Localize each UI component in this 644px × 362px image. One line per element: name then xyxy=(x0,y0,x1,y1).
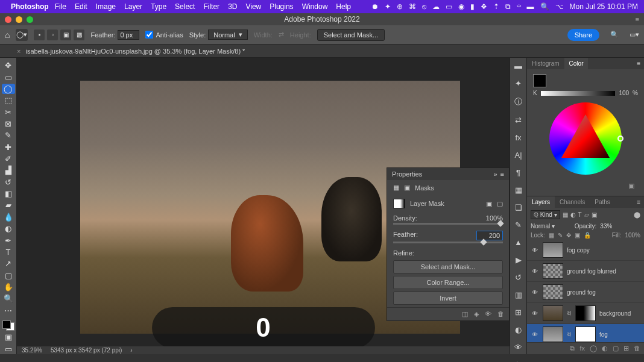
tab-paths[interactable]: Paths xyxy=(590,196,615,208)
select-and-mask-button[interactable]: Select and Mask... xyxy=(393,260,503,273)
color-range-button[interactable]: Color Range... xyxy=(393,276,503,289)
status-icon[interactable]: ▭ xyxy=(446,2,452,11)
tab-color[interactable]: Color xyxy=(564,58,589,69)
layer-row[interactable]: 👁ground fog xyxy=(527,282,644,303)
wifi-icon[interactable]: ⌔ xyxy=(517,2,521,11)
history-brush-icon[interactable]: ↺ xyxy=(2,177,15,187)
layer-fx-icon[interactable]: fx xyxy=(579,345,585,352)
visibility-toggle-icon[interactable]: 👁 xyxy=(531,331,539,338)
tab-layers[interactable]: Layers xyxy=(527,196,555,208)
control-center-icon[interactable]: ⌥ xyxy=(555,2,564,11)
path-tool-icon[interactable]: ↗ xyxy=(2,258,15,269)
layer-thumbnail[interactable] xyxy=(543,305,563,321)
tab-channels[interactable]: Channels xyxy=(555,196,590,208)
brush-tool-icon[interactable]: ✐ xyxy=(2,154,15,164)
feather-slider[interactable] xyxy=(393,242,503,243)
color-wheel[interactable] xyxy=(549,102,622,175)
add-mask-icon[interactable]: ◯ xyxy=(590,345,597,352)
filter-type-icon[interactable]: T xyxy=(578,211,582,218)
move-tool-icon[interactable]: ✥ xyxy=(2,60,15,70)
layer-name[interactable]: ground fog blurred xyxy=(567,268,616,275)
layer-row[interactable]: 👁fog copy xyxy=(527,240,644,261)
libraries-panel-icon[interactable]: ▦ xyxy=(515,186,522,195)
spotlight-icon[interactable]: 🔍 xyxy=(540,2,549,11)
selection-add-icon[interactable]: ▫ xyxy=(47,30,58,40)
lasso-tool-icon[interactable]: ◯ xyxy=(2,84,15,94)
history-panel-icon[interactable]: ↺ xyxy=(515,273,522,282)
layer-name[interactable]: fog copy xyxy=(567,247,590,254)
panel-icon[interactable]: ▲ xyxy=(514,238,522,247)
feather-value-input[interactable]: 200 xyxy=(476,231,503,240)
new-fill-icon[interactable]: ◐ xyxy=(602,345,608,352)
style-dropdown[interactable]: Normal▾ xyxy=(208,30,247,40)
share-button[interactable]: Share xyxy=(567,29,599,41)
mask-from-selection-icon[interactable]: ◫ xyxy=(462,310,468,318)
eraser-tool-icon[interactable]: ◧ xyxy=(2,189,15,199)
density-slider[interactable] xyxy=(393,223,503,225)
dodge-tool-icon[interactable]: ◐ xyxy=(2,223,15,234)
menu-type[interactable]: Type xyxy=(151,2,166,11)
layer-thumbnail[interactable] xyxy=(543,326,563,342)
layer-name[interactable]: ground fog xyxy=(567,289,596,296)
add-pixel-mask-icon[interactable]: ▣ xyxy=(486,200,492,208)
status-icon[interactable]: ◉ xyxy=(458,2,464,11)
stamp-tool-icon[interactable]: ▟ xyxy=(2,165,15,175)
styles-panel-icon[interactable]: fx xyxy=(515,133,521,142)
status-icon[interactable]: ✦ xyxy=(385,2,391,11)
blur-tool-icon[interactable]: 💧 xyxy=(2,212,15,222)
menu-layer[interactable]: Layer xyxy=(124,2,142,11)
workspace-icon[interactable]: ▭▾ xyxy=(630,31,639,39)
workspace-menu-icon[interactable]: ≡ xyxy=(636,16,639,23)
menu-file[interactable]: File xyxy=(55,2,66,11)
delete-mask-icon[interactable]: 🗑 xyxy=(497,310,504,318)
add-vector-mask-icon[interactable]: ▢ xyxy=(497,200,503,208)
link-icon[interactable]: ⛓ xyxy=(567,311,572,316)
marquee-tool-icon[interactable]: ▭ xyxy=(2,72,15,82)
k-value[interactable]: 100 xyxy=(619,90,629,96)
heal-tool-icon[interactable]: ✚ xyxy=(2,142,15,152)
panel-icon[interactable]: ❏ xyxy=(515,203,522,212)
tab-close-icon[interactable]: × xyxy=(17,48,21,55)
visibility-toggle-icon[interactable]: 👁 xyxy=(531,268,539,275)
document-tab[interactable]: isabella-juskova-9aNItHjuOc0-unsplash.jp… xyxy=(25,48,245,55)
color-panel-footer-icon[interactable]: ▣ xyxy=(628,182,634,189)
actions-panel-icon[interactable]: ▶ xyxy=(516,255,522,264)
tab-histogram[interactable]: Histogram xyxy=(527,58,564,69)
mask-thumbnail[interactable] xyxy=(575,305,596,321)
mask-thumbnail[interactable] xyxy=(393,199,405,208)
crop-tool-icon[interactable]: ✂ xyxy=(2,107,15,117)
selection-intersect-icon[interactable]: ▩ xyxy=(74,30,84,40)
vector-mask-icon[interactable]: ▣ xyxy=(404,184,410,192)
menu-plugins[interactable]: Plugins xyxy=(270,2,293,11)
status-icon[interactable]: ❖ xyxy=(481,2,487,11)
brushes-panel-icon[interactable]: ▬ xyxy=(514,61,522,70)
mask-thumbnail[interactable] xyxy=(575,326,596,342)
gradient-tool-icon[interactable]: ▰ xyxy=(2,200,15,210)
panel-icon[interactable]: ✎ xyxy=(515,220,522,229)
visibility-toggle-icon[interactable]: 👁 xyxy=(531,310,539,317)
blend-mode-select[interactable]: Normal ▾ xyxy=(531,223,571,229)
antialias-checkbox[interactable]: Anti-alias xyxy=(145,31,183,39)
menu-view[interactable]: View xyxy=(245,2,261,11)
zoom-level[interactable]: 35.29% xyxy=(22,347,42,354)
layer-thumbnail[interactable] xyxy=(543,263,563,279)
navigator-panel-icon[interactable]: ⊞ xyxy=(515,308,522,317)
link-icon[interactable]: ⛓ xyxy=(567,332,572,337)
status-icon[interactable]: ⏺ xyxy=(371,2,379,11)
menu-app-name[interactable]: Photoshop xyxy=(11,2,49,11)
pixel-mask-icon[interactable]: ▦ xyxy=(393,184,399,192)
lock-position-icon[interactable]: ✥ xyxy=(566,232,571,239)
color-swatch[interactable] xyxy=(2,320,14,331)
delete-layer-icon[interactable]: 🗑 xyxy=(634,345,640,352)
more-tools-icon[interactable]: ⋯ xyxy=(2,305,15,316)
window-close-button[interactable] xyxy=(5,16,11,23)
menu-filter[interactable]: Filter xyxy=(203,2,219,11)
document-dimensions[interactable]: 5343 px x 3542 px (72 ppi) xyxy=(51,347,122,354)
fill-value[interactable]: 100% xyxy=(625,232,640,239)
lock-pixels-icon[interactable]: ✎ xyxy=(558,232,563,239)
status-icon[interactable]: ⊕ xyxy=(397,2,403,11)
window-maximize-button[interactable] xyxy=(27,16,33,23)
panel-menu-icon[interactable]: ≡ xyxy=(633,196,644,208)
panel-menu-icon[interactable]: ≡ xyxy=(500,170,504,178)
opacity-value[interactable]: 33% xyxy=(600,223,640,229)
